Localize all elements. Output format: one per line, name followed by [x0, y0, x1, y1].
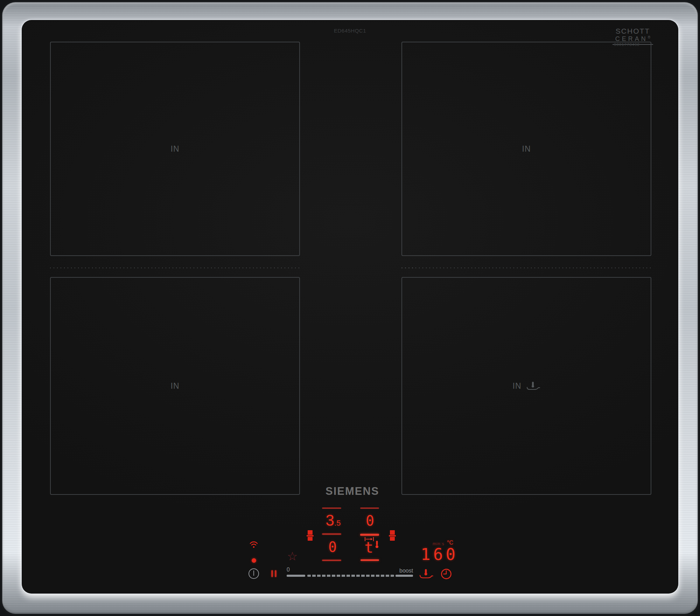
glass-ceramic-surface: ED645HQC1 SCHOTT CERAN® 9001778492 SIEME…	[22, 20, 678, 594]
star-icon[interactable]: ☆	[287, 550, 298, 562]
power-level-main: 3	[326, 512, 334, 529]
cooking-zone-front-right: IN	[401, 277, 651, 495]
zone-combine-dotted-line-left	[50, 268, 300, 268]
zone-select-bar[interactable]	[322, 507, 341, 509]
slider-min-label: 0	[287, 567, 290, 573]
power-slider-boost-end[interactable]	[396, 575, 413, 577]
timer-value-display: 160	[421, 545, 480, 564]
registered-mark: ®	[648, 35, 650, 39]
zone-select-bar[interactable]	[360, 559, 379, 561]
cooking-zone-back-right: IN	[401, 42, 651, 256]
zone-select-bar-active[interactable]	[360, 534, 379, 536]
zone-label: IN	[522, 144, 531, 154]
zone-label: IN	[171, 144, 180, 154]
wifi-signal-icon	[249, 540, 258, 548]
zone-select-bar[interactable]	[322, 560, 341, 561]
cooking-zone-front-left: IN	[50, 277, 300, 495]
siemens-logo: SIEMENS	[326, 485, 379, 498]
clock-icon[interactable]	[440, 568, 452, 580]
cooking-zone-back-left: IN	[50, 42, 300, 256]
slider-boost-label: boost	[399, 568, 413, 574]
frying-sensor-icon	[526, 381, 540, 390]
power-slider-start[interactable]	[287, 575, 305, 577]
induction-hob: ED645HQC1 SCHOTT CERAN® 9001778492 SIEME…	[0, 0, 700, 616]
pause-button[interactable]	[271, 570, 276, 577]
thermometer-icon	[375, 540, 379, 549]
power-standby-button[interactable]	[248, 568, 259, 579]
zone-combine-dotted-line-right	[401, 268, 651, 268]
frying-sensor-button-icon[interactable]	[419, 568, 433, 579]
power-level-display-back-left[interactable]: 3.5	[322, 512, 344, 529]
zone-label: IN	[171, 381, 180, 391]
model-number: ED645HQC1	[22, 28, 678, 34]
frying-sensor-display-front-right[interactable]: t	[363, 539, 375, 556]
power-slider-track[interactable]	[307, 575, 394, 577]
zone-select-bar[interactable]	[322, 533, 341, 535]
zone-label: IN	[513, 381, 522, 391]
pot-indicator-icon	[389, 530, 396, 541]
schott-ceran-line1: SCHOTT	[612, 27, 653, 35]
red-dot-indicator	[252, 558, 256, 563]
zone-select-bar[interactable]	[360, 507, 379, 509]
power-level-display-front-left[interactable]: 0	[325, 539, 340, 555]
power-level-frac: .5	[334, 519, 341, 527]
power-level-display-back-right[interactable]: 0	[362, 513, 378, 529]
pot-indicator-icon	[307, 530, 314, 541]
